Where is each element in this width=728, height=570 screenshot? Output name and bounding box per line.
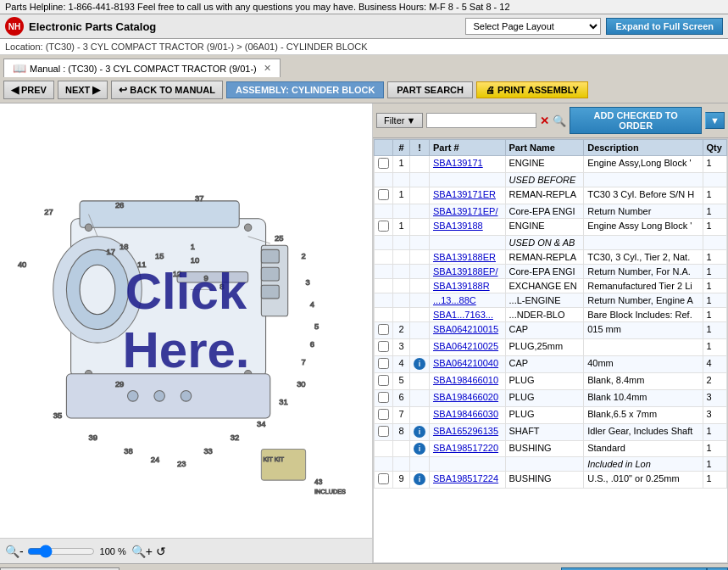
row-checkbox[interactable]: [378, 409, 389, 420]
part-number-link[interactable]: SBA198517224: [433, 473, 498, 483]
part-number-link[interactable]: SBA139188EP/: [433, 266, 497, 277]
row-checkbox[interactable]: [378, 189, 389, 200]
filter-search-icon[interactable]: 🔍: [553, 115, 566, 127]
col-info: !: [410, 140, 430, 156]
table-row: iSBA198517220BUSHINGStandard1: [375, 441, 727, 457]
row-info[interactable]: i: [410, 356, 430, 373]
svg-text:37: 37: [195, 193, 203, 203]
row-checkbox-cell: [375, 424, 393, 441]
col-qty: Qty: [703, 140, 726, 156]
row-part-name: REMAN-REPLA: [505, 187, 584, 204]
part-number-link[interactable]: SBA064210040: [433, 358, 498, 368]
zoom-in-button[interactable]: 🔍+: [131, 545, 153, 558]
row-qty: 1: [703, 250, 726, 265]
row-number: 3: [393, 339, 410, 356]
svg-text:11: 11: [137, 260, 146, 269]
row-checkbox[interactable]: [378, 392, 389, 403]
row-checkbox[interactable]: [378, 158, 389, 169]
part-number-link[interactable]: SBA198517220: [433, 443, 498, 453]
info-icon[interactable]: i: [414, 473, 425, 485]
row-info: [410, 373, 430, 390]
row-part-name: Core-EPA ENGI: [505, 204, 584, 219]
diagram-area[interactable]: 27 26 37 25 40 11 15 12 10 9 8 29 35 39 …: [0, 103, 372, 538]
table-row: 2SBA064210015CAP015 mm1: [375, 322, 727, 339]
page-layout-select[interactable]: Select Page Layout: [465, 18, 601, 35]
row-checkbox[interactable]: [378, 221, 389, 232]
row-number: [393, 236, 410, 250]
row-part-number: SBA198466020: [430, 390, 506, 407]
row-number: [393, 250, 410, 265]
row-description: Return Number, Engine A: [584, 293, 703, 308]
add-checked-to-order-button[interactable]: ADD CHECKED TO ORDER: [570, 107, 702, 134]
add-order-bottom-dropdown[interactable]: ▼: [707, 567, 728, 571]
part-number-link[interactable]: SBA139188ER: [433, 252, 496, 262]
row-checkbox[interactable]: [378, 341, 389, 352]
next-button[interactable]: NEXT ▶: [58, 81, 108, 99]
zoom-out-button[interactable]: 🔍-: [5, 545, 24, 558]
filter-input[interactable]: [426, 113, 536, 128]
zoom-slider[interactable]: [27, 545, 95, 558]
filter-bar: Filter ▼ ✕ 🔍 ADD CHECKED TO ORDER ▼: [373, 103, 728, 138]
part-number-link[interactable]: SBA165296135: [433, 426, 498, 436]
part-number-link[interactable]: SBA139188: [433, 221, 483, 231]
manual-tab[interactable]: 📖 Manual : (TC30) - 3 CYL COMPACT TRACTO…: [3, 59, 281, 77]
row-checkbox-cell: [375, 187, 393, 204]
row-checkbox[interactable]: [378, 473, 389, 484]
row-number: 2: [393, 322, 410, 339]
table-row: 7SBA198466030PLUGBlank,6.5 x 7mm3: [375, 407, 727, 424]
row-info[interactable]: i: [410, 472, 430, 489]
part-number-link[interactable]: SBA139188R: [433, 281, 490, 291]
part-number-link[interactable]: SBA139171ER: [433, 189, 496, 199]
part-number-link[interactable]: SBA198466020: [433, 392, 498, 402]
row-part-name: EXCHANGE EN: [505, 279, 584, 293]
info-icon[interactable]: i: [414, 358, 425, 370]
refresh-button[interactable]: ↺: [156, 545, 166, 558]
part-number-link[interactable]: ...13...88C: [433, 295, 476, 305]
info-icon[interactable]: i: [414, 426, 425, 438]
part-number-link[interactable]: SBA198466030: [433, 409, 498, 419]
row-number: [393, 308, 410, 322]
part-number-link[interactable]: SBA1...7163...: [433, 310, 493, 320]
row-info[interactable]: i: [410, 441, 430, 457]
prev-button[interactable]: ◀ PREV: [3, 81, 54, 99]
print-assembly-button[interactable]: 🖨 PRINT ASSEMBLY: [476, 81, 588, 98]
filter-clear-icon[interactable]: ✕: [540, 115, 549, 127]
row-qty: 1: [703, 187, 726, 204]
row-qty: [703, 173, 726, 187]
add-checked-to-order-dropdown[interactable]: ▼: [705, 112, 725, 129]
row-description: 015 mm: [584, 322, 703, 339]
row-checkbox-cell: [375, 390, 393, 407]
row-checkbox[interactable]: [378, 358, 389, 369]
part-number-link[interactable]: SBA139171: [433, 158, 483, 168]
row-info[interactable]: i: [410, 424, 430, 441]
part-search-button[interactable]: PART SEARCH: [387, 81, 473, 98]
row-qty: 1: [703, 472, 726, 489]
part-number-link[interactable]: SBA064210015: [433, 324, 498, 334]
row-part-number: SBA064210025: [430, 339, 506, 356]
filter-button[interactable]: Filter ▼: [376, 113, 423, 128]
parts-table-container[interactable]: # ! Part # Part Name Description Qty 1SB…: [373, 138, 728, 563]
row-info: [410, 322, 430, 339]
row-checkbox-cell: [375, 173, 393, 187]
svg-text:32: 32: [231, 433, 239, 442]
table-row: ...13...88C...L-ENGINEReturn Number, Eng…: [375, 293, 727, 308]
row-checkbox[interactable]: [378, 375, 389, 386]
add-order-bottom-button[interactable]: ADD CHECKED TO ORDER: [561, 567, 707, 571]
clear-selections-button[interactable]: CLEAR SELECTIONS: [0, 567, 119, 571]
info-icon[interactable]: i: [414, 443, 425, 455]
row-number: [393, 204, 410, 219]
row-checkbox-cell: [375, 457, 393, 472]
row-checkbox[interactable]: [378, 324, 389, 335]
part-number-link[interactable]: SBA139171EP/: [433, 206, 497, 216]
back-to-manual-button[interactable]: ↩ BACK TO MANUAL: [111, 81, 223, 99]
row-checkbox[interactable]: [378, 426, 389, 437]
part-number-link[interactable]: SBA198466010: [433, 375, 498, 385]
expand-button[interactable]: Expand to Full Screen: [606, 18, 723, 35]
tab-close-icon[interactable]: ✕: [264, 63, 271, 74]
row-description: Return Number: [584, 204, 703, 219]
row-info: [410, 219, 430, 236]
row-part-number: SBA198517220: [430, 441, 506, 457]
part-number-link[interactable]: SBA064210025: [433, 341, 498, 351]
row-description: Return Number, For N.A.: [584, 265, 703, 279]
row-description: Remanufactured Tier 2 Li: [584, 279, 703, 293]
